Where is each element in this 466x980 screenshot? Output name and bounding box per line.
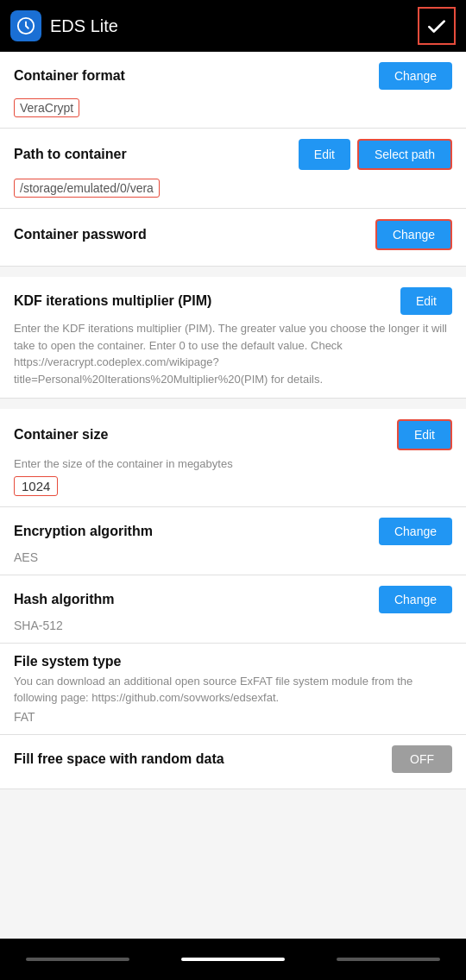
encryption-algorithm-change-button[interactable]: Change bbox=[379, 518, 452, 545]
hash-algorithm-label: Hash algorithm bbox=[14, 592, 114, 607]
path-to-container-label: Path to container bbox=[14, 147, 127, 162]
hash-algorithm-row: Hash algorithm Change SHA-512 bbox=[0, 575, 466, 644]
container-size-label: Container size bbox=[14, 427, 108, 443]
path-edit-button[interactable]: Edit bbox=[299, 139, 350, 170]
hash-algorithm-change-button[interactable]: Change bbox=[379, 586, 452, 613]
container-size-edit-button[interactable]: Edit bbox=[397, 419, 452, 450]
file-system-label: File system type bbox=[14, 654, 122, 669]
kdf-edit-button[interactable]: Edit bbox=[400, 287, 452, 315]
encryption-algorithm-row: Encryption algorithm Change AES bbox=[0, 507, 466, 575]
container-size-desc: Enter the size of the container in megab… bbox=[14, 455, 452, 473]
container-format-change-button[interactable]: Change bbox=[379, 62, 452, 90]
app-icon bbox=[10, 10, 41, 41]
hash-algorithm-value: SHA-512 bbox=[14, 619, 452, 632]
file-system-row: File system type You can download an add… bbox=[0, 644, 466, 735]
container-format-label: Container format bbox=[14, 68, 125, 84]
container-format-value: VeraCrypt bbox=[14, 98, 79, 117]
nav-line-2 bbox=[181, 958, 285, 961]
path-btn-group: Edit Select path bbox=[299, 139, 452, 170]
container-format-row: Container format Change VeraCrypt bbox=[0, 52, 466, 129]
container-size-row: Container size Edit Enter the size of th… bbox=[0, 409, 466, 507]
container-password-label: Container password bbox=[14, 227, 147, 242]
kdf-label: KDF iterations multiplier (PIM) bbox=[14, 293, 211, 309]
fill-free-space-row: Fill free space with random data OFF bbox=[0, 735, 466, 789]
fill-free-space-label: Fill free space with random data bbox=[14, 751, 224, 767]
fill-free-space-toggle[interactable]: OFF bbox=[392, 745, 452, 773]
confirm-button[interactable] bbox=[418, 7, 456, 45]
container-password-row: Container password Change bbox=[0, 209, 466, 267]
path-value: /storage/emulated/0/vera bbox=[14, 179, 160, 198]
app-header: EDS Lite bbox=[0, 0, 466, 52]
kdf-desc: Enter the KDF iterations multiplier (PIM… bbox=[14, 320, 452, 387]
file-system-value: FAT bbox=[14, 710, 452, 724]
encryption-algorithm-label: Encryption algorithm bbox=[14, 524, 153, 539]
path-to-container-row: Path to container Edit Select path /stor… bbox=[0, 129, 466, 209]
file-system-desc: You can download an additional open sour… bbox=[14, 673, 452, 707]
nav-line-3 bbox=[337, 958, 440, 961]
path-select-button[interactable]: Select path bbox=[357, 139, 452, 170]
nav-line-1 bbox=[26, 958, 129, 961]
kdf-row: KDF iterations multiplier (PIM) Edit Ent… bbox=[0, 277, 466, 399]
app-title: EDS Lite bbox=[50, 16, 418, 36]
container-size-value: 1024 bbox=[14, 476, 58, 496]
encryption-algorithm-value: AES bbox=[14, 550, 452, 564]
container-password-change-button[interactable]: Change bbox=[375, 219, 452, 250]
bottom-nav-bar bbox=[0, 939, 466, 980]
